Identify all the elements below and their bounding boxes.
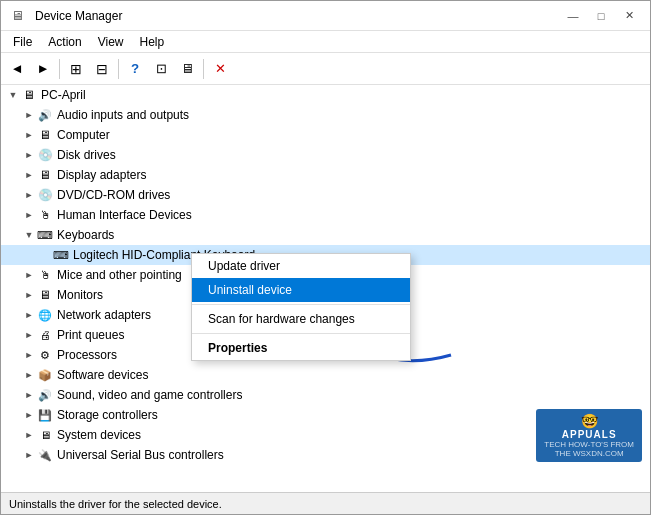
mice-label: Mice and other pointing: [57, 268, 182, 282]
toolbar-monitor[interactable]: 🖥: [175, 57, 199, 81]
monitors-icon: 🖥: [37, 287, 53, 303]
toolbar-help[interactable]: ?: [123, 57, 147, 81]
minimize-button[interactable]: —: [560, 6, 586, 26]
device-manager-window: 🖥 Device Manager — □ ✕ File Action View …: [0, 0, 651, 515]
toolbar-sep3: [203, 59, 204, 79]
software-label: Software devices: [57, 368, 148, 382]
expand-monitors[interactable]: ►: [21, 287, 37, 303]
context-menu: Update driver Uninstall device Scan for …: [191, 253, 411, 361]
keyboards-label: Keyboards: [57, 228, 114, 242]
print-icon: 🖨: [37, 327, 53, 343]
mice-icon: 🖱: [37, 267, 53, 283]
computer-label: Computer: [57, 128, 110, 142]
tree-item-keyboards[interactable]: ▼ ⌨ Keyboards: [1, 225, 650, 245]
pc-icon: 🖥: [21, 87, 37, 103]
toolbar-collapse[interactable]: ⊟: [90, 57, 114, 81]
toolbar: ◄ ► ⊞ ⊟ ? ⊡ 🖥 ✕: [1, 53, 650, 85]
toolbar-device[interactable]: ⊡: [149, 57, 173, 81]
hid-icon: 🖱: [37, 207, 53, 223]
expand-system[interactable]: ►: [21, 427, 37, 443]
disk-icon: 💿: [37, 147, 53, 163]
computer-icon: 🖥: [37, 127, 53, 143]
expand-mice[interactable]: ►: [21, 267, 37, 283]
hid-label: Human Interface Devices: [57, 208, 192, 222]
sound-icon: 🔊: [37, 387, 53, 403]
expand-network[interactable]: ►: [21, 307, 37, 323]
window-title: Device Manager: [35, 9, 122, 23]
sound-label: Sound, video and game controllers: [57, 388, 242, 402]
expand-hid[interactable]: ►: [21, 207, 37, 223]
expand-storage[interactable]: ►: [21, 407, 37, 423]
ctx-separator2: [192, 333, 410, 334]
ctx-separator: [192, 304, 410, 305]
expand-print[interactable]: ►: [21, 327, 37, 343]
tree-root[interactable]: ▼ 🖥 PC-April: [1, 85, 650, 105]
tree-item-computer[interactable]: ► 🖥 Computer: [1, 125, 650, 145]
expand-usb[interactable]: ►: [21, 447, 37, 463]
network-label: Network adapters: [57, 308, 151, 322]
toolbar-back[interactable]: ◄: [5, 57, 29, 81]
expand-processors[interactable]: ►: [21, 347, 37, 363]
expand-logitech: [37, 247, 53, 263]
processors-label: Processors: [57, 348, 117, 362]
system-icon: 🖥: [37, 427, 53, 443]
audio-label: Audio inputs and outputs: [57, 108, 189, 122]
toolbar-sep1: [59, 59, 60, 79]
toolbar-forward[interactable]: ►: [31, 57, 55, 81]
logitech-icon: ⌨: [53, 247, 69, 263]
expand-root[interactable]: ▼: [5, 87, 21, 103]
storage-icon: 💾: [37, 407, 53, 423]
tree-item-audio[interactable]: ► 🔊 Audio inputs and outputs: [1, 105, 650, 125]
ctx-update-driver[interactable]: Update driver: [192, 254, 410, 278]
processor-icon: ⚙: [37, 347, 53, 363]
toolbar-sep2: [118, 59, 119, 79]
expand-dvd[interactable]: ►: [21, 187, 37, 203]
menu-bar: File Action View Help: [1, 31, 650, 53]
tree-item-sound[interactable]: ► 🔊 Sound, video and game controllers: [1, 385, 650, 405]
close-button[interactable]: ✕: [616, 6, 642, 26]
software-icon: 📦: [37, 367, 53, 383]
expand-disk[interactable]: ►: [21, 147, 37, 163]
system-label: System devices: [57, 428, 141, 442]
keyboard-folder-icon: ⌨: [37, 227, 53, 243]
tree-item-usb[interactable]: ► 🔌 Universal Serial Bus controllers: [1, 445, 650, 465]
storage-label: Storage controllers: [57, 408, 158, 422]
tree-item-hid[interactable]: ► 🖱 Human Interface Devices: [1, 205, 650, 225]
tree-item-system[interactable]: ► 🖥 System devices: [1, 425, 650, 445]
ctx-uninstall-device[interactable]: Uninstall device: [192, 278, 410, 302]
status-text: Uninstalls the driver for the selected d…: [9, 498, 222, 510]
tree-item-disk[interactable]: ► 💿 Disk drives: [1, 145, 650, 165]
tree-item-software[interactable]: ► 📦 Software devices: [1, 365, 650, 385]
display-label: Display adapters: [57, 168, 146, 182]
menu-action[interactable]: Action: [40, 33, 89, 51]
menu-help[interactable]: Help: [132, 33, 173, 51]
title-bar-left: 🖥 Device Manager: [9, 8, 122, 24]
menu-file[interactable]: File: [5, 33, 40, 51]
ctx-scan-hardware[interactable]: Scan for hardware changes: [192, 307, 410, 331]
window-icon: 🖥: [9, 8, 25, 24]
ctx-properties[interactable]: Properties: [192, 336, 410, 360]
menu-view[interactable]: View: [90, 33, 132, 51]
tree-item-storage[interactable]: ► 💾 Storage controllers: [1, 405, 650, 425]
tree-item-display[interactable]: ► 🖥 Display adapters: [1, 165, 650, 185]
root-label: PC-April: [41, 88, 86, 102]
toolbar-delete[interactable]: ✕: [208, 57, 232, 81]
expand-keyboards[interactable]: ▼: [21, 227, 37, 243]
status-bar: Uninstalls the driver for the selected d…: [1, 492, 650, 514]
dvd-label: DVD/CD-ROM drives: [57, 188, 170, 202]
toolbar-expand[interactable]: ⊞: [64, 57, 88, 81]
network-icon: 🌐: [37, 307, 53, 323]
tree-item-dvd[interactable]: ► 💿 DVD/CD-ROM drives: [1, 185, 650, 205]
usb-label: Universal Serial Bus controllers: [57, 448, 224, 462]
expand-sound[interactable]: ►: [21, 387, 37, 403]
title-bar-controls: — □ ✕: [560, 6, 642, 26]
tree-view[interactable]: ▼ 🖥 PC-April ► 🔊 Audio inputs and output…: [1, 85, 650, 492]
audio-icon: 🔊: [37, 107, 53, 123]
monitors-label: Monitors: [57, 288, 103, 302]
expand-computer[interactable]: ►: [21, 127, 37, 143]
expand-software[interactable]: ►: [21, 367, 37, 383]
expand-display[interactable]: ►: [21, 167, 37, 183]
expand-audio[interactable]: ►: [21, 107, 37, 123]
maximize-button[interactable]: □: [588, 6, 614, 26]
disk-label: Disk drives: [57, 148, 116, 162]
